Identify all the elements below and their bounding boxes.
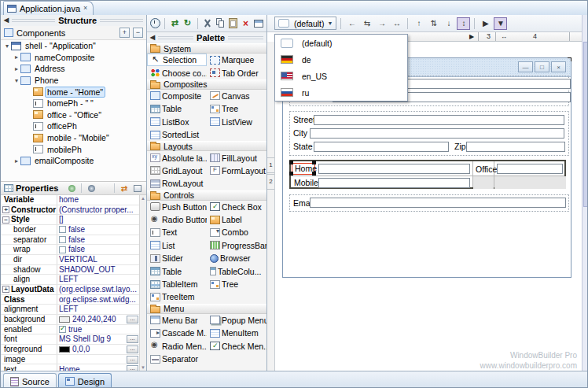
expander-icon[interactable]: ▸ xyxy=(13,65,20,72)
delete-button[interactable]: × xyxy=(240,17,251,30)
palette-item-cascade-menu[interactable]: Cascade M... xyxy=(147,327,207,339)
expander-icon[interactable]: ▸ xyxy=(13,54,20,61)
center-horizontal-button[interactable]: ⇆ xyxy=(360,17,373,30)
checkbox-unchecked[interactable] xyxy=(59,226,66,233)
home-phone-field[interactable] xyxy=(318,164,470,174)
cut-button[interactable] xyxy=(202,17,213,30)
align-right-button[interactable]: → xyxy=(375,17,388,30)
selection-handle[interactable] xyxy=(289,172,293,176)
palette-item-menuitem[interactable]: MenuItem xyxy=(207,327,266,339)
editor-tab-application-java[interactable]: Application.java × xyxy=(3,1,94,15)
palette-item-listbox[interactable]: ListBox xyxy=(147,116,207,128)
close-tab-icon[interactable]: × xyxy=(83,5,87,12)
palette-item-list[interactable]: List xyxy=(147,239,207,252)
palette-item-text[interactable]: Text xyxy=(147,226,207,238)
property-row-border[interactable]: border false xyxy=(1,225,139,235)
property-row-enabled[interactable]: enabled true xyxy=(1,325,139,335)
scroll-down-icon[interactable]: ▼ xyxy=(141,365,145,370)
checkbox-unchecked[interactable] xyxy=(59,246,66,253)
palette-item-listview[interactable]: ListView xyxy=(207,116,266,128)
palette-item-push-button[interactable]: Push Button xyxy=(147,201,207,213)
palette-item-tree[interactable]: Tree xyxy=(207,102,266,115)
collapse-all-button[interactable]: − xyxy=(133,28,143,38)
state-field[interactable] xyxy=(314,142,449,152)
align-bottom-button[interactable]: ↓ xyxy=(442,17,455,30)
palette-item-radio-button[interactable]: Radio Button xyxy=(147,213,207,226)
tree-item-mobile[interactable]: mobile - "Mobile" xyxy=(1,132,146,144)
palette-category-system[interactable]: System xyxy=(147,43,266,54)
center-vertical-button[interactable]: ⇅ xyxy=(427,17,440,30)
palette-item-browser[interactable]: Browser xyxy=(207,252,266,264)
grow-horizontal-button[interactable]: ▶ xyxy=(479,17,492,30)
palette-item-radio-menuitem[interactable]: Radio Men... xyxy=(147,339,207,352)
grow-vertical-button[interactable]: ▼ xyxy=(494,17,507,30)
phone-composite[interactable]: Home Office Mobile xyxy=(289,160,566,189)
property-row-foreground[interactable]: foreground 0,0,0... xyxy=(1,345,139,355)
tree-item-home[interactable]: home - "Home" xyxy=(1,86,146,98)
property-row-font[interactable]: font MS Shell Dlg 9... xyxy=(1,334,139,345)
palette-category-controls[interactable]: Controls xyxy=(147,190,266,201)
palette-item-tablecolumn[interactable]: TableColu... xyxy=(207,264,266,277)
property-row-style[interactable]: −Style [] xyxy=(1,215,139,225)
palette-item-check-box[interactable]: Check Box xyxy=(207,201,266,213)
palette-item-tree2[interactable]: Tree xyxy=(207,278,266,290)
palette-item-marquee[interactable]: Marquee xyxy=(207,54,266,66)
palette-item-combo[interactable]: Combo xyxy=(207,226,266,238)
vertical-scrollbar[interactable] xyxy=(582,15,588,371)
align-top-button[interactable]: ↑ xyxy=(412,17,425,30)
collapse-icon[interactable]: − xyxy=(2,216,9,224)
palette-item-selection[interactable]: Selection xyxy=(147,54,207,66)
locale-option-ru[interactable]: ru xyxy=(275,84,407,101)
ellipsis-button[interactable]: ... xyxy=(127,335,138,343)
close-button[interactable]: × xyxy=(551,61,566,72)
properties-scrollbar[interactable]: ▲ ▼ xyxy=(139,195,146,371)
fill-horizontal-button[interactable]: ↔ xyxy=(390,17,403,30)
email-field[interactable] xyxy=(310,198,566,208)
mobile-toolbar-label[interactable]: Mobile xyxy=(294,179,318,187)
property-row-shadow[interactable]: shadow SHADOW_OUT xyxy=(1,265,139,275)
office-phone-field[interactable] xyxy=(497,164,563,174)
palette-item-absolute-layout[interactable]: Absolute la... xyxy=(147,151,207,164)
palette-item-popup-menu[interactable]: Popup Menu xyxy=(207,314,266,327)
expand-icon[interactable]: + xyxy=(2,206,9,213)
city-field[interactable] xyxy=(310,128,564,139)
structure-header[interactable]: ◀ Structure xyxy=(1,15,146,26)
expander-icon[interactable]: ▾ xyxy=(13,77,20,84)
zip-field[interactable] xyxy=(466,142,565,152)
address-composite[interactable]: Street City State Zip xyxy=(289,111,569,156)
morph-button[interactable] xyxy=(253,17,264,30)
palette-item-choose-component[interactable]: Choose co... xyxy=(147,66,207,79)
tree-item-namecomposite[interactable]: ▸ nameComposite xyxy=(1,52,146,64)
palette-category-composites[interactable]: Composites xyxy=(147,79,266,90)
palette-item-menu-bar[interactable]: Menu Bar xyxy=(147,314,207,327)
palette-item-treeitem[interactable]: TreeItem xyxy=(147,290,207,303)
palette-item-check-menuitem[interactable]: Check Men... xyxy=(207,339,266,352)
show-advanced-properties-icon[interactable] xyxy=(66,183,77,194)
ellipsis-button[interactable]: ... xyxy=(127,316,138,323)
ellipsis-button[interactable]: ... xyxy=(127,365,138,371)
palette-item-gridlayout[interactable]: GridLayout xyxy=(147,164,207,177)
property-row-wrap[interactable]: wrap false xyxy=(1,245,139,255)
goto-definition-icon[interactable] xyxy=(86,183,97,194)
scrollbar-thumb[interactable] xyxy=(583,42,588,207)
street-field[interactable] xyxy=(314,115,564,125)
ellipsis-button[interactable]: ... xyxy=(127,356,138,364)
palette-item-label[interactable]: Label xyxy=(207,213,266,226)
convert-local-to-field-icon[interactable] xyxy=(99,183,110,194)
mobile-phone-field[interactable] xyxy=(318,178,470,188)
refresh-button[interactable]: ↻ xyxy=(182,17,193,30)
home-toolbar-label[interactable]: Home xyxy=(295,164,317,173)
property-row-text[interactable]: text Home... xyxy=(1,364,139,371)
tab-design[interactable]: Design xyxy=(58,373,112,388)
locale-option-de[interactable]: de xyxy=(275,51,407,68)
scroll-up-icon[interactable]: ▲ xyxy=(141,196,145,201)
palette-category-menu[interactable]: Menu xyxy=(147,304,266,314)
palette-item-progressbar[interactable]: ProgressBar xyxy=(207,239,266,252)
property-row-background[interactable]: background 240,240,240... xyxy=(1,315,139,325)
tree-item-officeph[interactable]: officePh xyxy=(1,120,146,132)
palette-item-rowlayout[interactable]: RowLayout xyxy=(147,177,207,190)
property-row-variable[interactable]: Variable home xyxy=(1,195,139,205)
selection-handle[interactable] xyxy=(289,161,293,164)
tree-item-shell[interactable]: ▾ shell - "Application" xyxy=(1,40,146,52)
email-composite[interactable]: Email xyxy=(289,194,569,212)
